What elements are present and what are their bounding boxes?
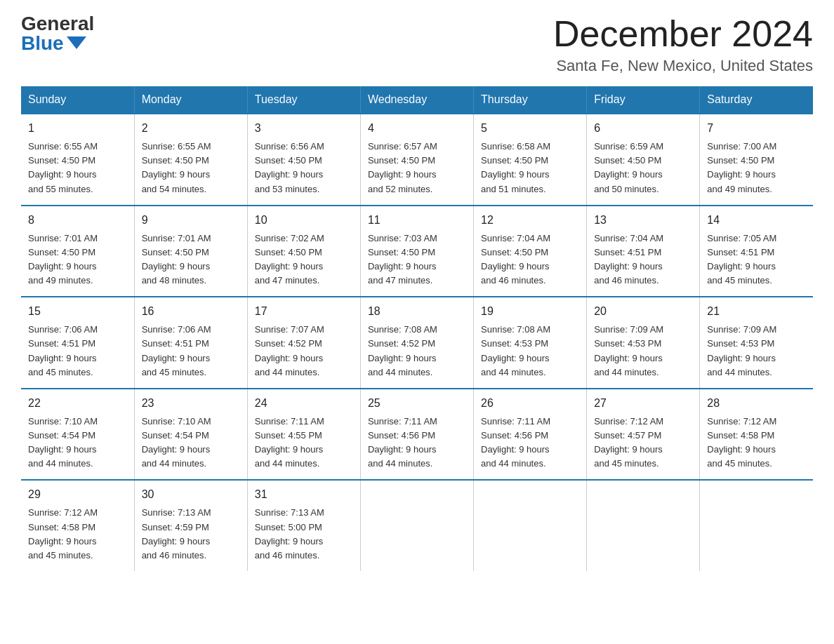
logo-general-text: General xyxy=(21,14,94,34)
day-info: Sunrise: 7:13 AMSunset: 4:59 PMDaylight:… xyxy=(142,506,240,563)
calendar-cell: 9Sunrise: 7:01 AMSunset: 4:50 PMDaylight… xyxy=(134,206,247,297)
calendar-cell: 5Sunrise: 6:58 AMSunset: 4:50 PMDaylight… xyxy=(474,114,587,206)
calendar-cell: 14Sunrise: 7:05 AMSunset: 4:51 PMDayligh… xyxy=(700,206,813,297)
calendar-table: SundayMondayTuesdayWednesdayThursdayFrid… xyxy=(21,86,813,571)
day-number: 5 xyxy=(481,120,579,137)
header-friday: Friday xyxy=(587,86,700,114)
day-info: Sunrise: 7:10 AMSunset: 4:54 PMDaylight:… xyxy=(142,415,240,471)
day-number: 20 xyxy=(594,303,692,320)
day-info: Sunrise: 7:11 AMSunset: 4:56 PMDaylight:… xyxy=(481,415,579,471)
calendar-cell: 31Sunrise: 7:13 AMSunset: 5:00 PMDayligh… xyxy=(247,480,360,571)
calendar-cell: 23Sunrise: 7:10 AMSunset: 4:54 PMDayligh… xyxy=(134,389,247,481)
day-info: Sunrise: 7:08 AMSunset: 4:52 PMDaylight:… xyxy=(368,323,466,380)
day-info: Sunrise: 7:11 AMSunset: 4:56 PMDaylight:… xyxy=(368,415,466,471)
week-row-0: 1Sunrise: 6:55 AMSunset: 4:50 PMDaylight… xyxy=(21,114,813,206)
calendar-cell: 26Sunrise: 7:11 AMSunset: 4:56 PMDayligh… xyxy=(474,389,587,481)
calendar-cell: 12Sunrise: 7:04 AMSunset: 4:50 PMDayligh… xyxy=(474,206,587,297)
logo-blue-text: Blue xyxy=(21,34,86,53)
calendar-cell: 19Sunrise: 7:08 AMSunset: 4:53 PMDayligh… xyxy=(474,297,587,389)
day-info: Sunrise: 7:04 AMSunset: 4:50 PMDaylight:… xyxy=(481,232,579,288)
day-number: 1 xyxy=(28,120,127,137)
header-row: SundayMondayTuesdayWednesdayThursdayFrid… xyxy=(21,86,813,114)
day-number: 13 xyxy=(594,212,692,229)
day-number: 25 xyxy=(368,395,466,412)
day-info: Sunrise: 7:08 AMSunset: 4:53 PMDaylight:… xyxy=(481,323,579,380)
header-saturday: Saturday xyxy=(700,86,813,114)
day-number: 30 xyxy=(142,486,240,503)
calendar-cell: 2Sunrise: 6:55 AMSunset: 4:50 PMDaylight… xyxy=(134,114,247,206)
calendar-cell: 1Sunrise: 6:55 AMSunset: 4:50 PMDaylight… xyxy=(21,114,134,206)
day-number: 24 xyxy=(255,395,353,412)
calendar-cell: 7Sunrise: 7:00 AMSunset: 4:50 PMDaylight… xyxy=(700,114,813,206)
calendar-cell: 16Sunrise: 7:06 AMSunset: 4:51 PMDayligh… xyxy=(134,297,247,389)
header-monday: Monday xyxy=(134,86,247,114)
calendar-cell: 17Sunrise: 7:07 AMSunset: 4:52 PMDayligh… xyxy=(247,297,360,389)
day-info: Sunrise: 6:56 AMSunset: 4:50 PMDaylight:… xyxy=(255,140,353,196)
day-number: 3 xyxy=(255,120,353,137)
calendar-cell: 3Sunrise: 6:56 AMSunset: 4:50 PMDaylight… xyxy=(247,114,360,206)
calendar-cell: 10Sunrise: 7:02 AMSunset: 4:50 PMDayligh… xyxy=(247,206,360,297)
day-info: Sunrise: 7:13 AMSunset: 5:00 PMDaylight:… xyxy=(255,506,353,563)
calendar-cell: 11Sunrise: 7:03 AMSunset: 4:50 PMDayligh… xyxy=(360,206,473,297)
day-info: Sunrise: 6:57 AMSunset: 4:50 PMDaylight:… xyxy=(368,140,466,196)
day-info: Sunrise: 6:55 AMSunset: 4:50 PMDaylight:… xyxy=(142,140,240,196)
header-wednesday: Wednesday xyxy=(360,86,473,114)
calendar-cell xyxy=(474,480,587,571)
calendar-cell: 27Sunrise: 7:12 AMSunset: 4:57 PMDayligh… xyxy=(587,389,700,481)
day-number: 2 xyxy=(142,120,240,137)
calendar-cell: 28Sunrise: 7:12 AMSunset: 4:58 PMDayligh… xyxy=(700,389,813,481)
calendar-cell: 8Sunrise: 7:01 AMSunset: 4:50 PMDaylight… xyxy=(21,206,134,297)
location-subtitle: Santa Fe, New Mexico, United States xyxy=(553,57,813,75)
day-info: Sunrise: 7:06 AMSunset: 4:51 PMDaylight:… xyxy=(28,323,127,380)
day-number: 7 xyxy=(707,120,806,137)
day-info: Sunrise: 7:12 AMSunset: 4:57 PMDaylight:… xyxy=(594,415,692,471)
calendar-cell: 6Sunrise: 6:59 AMSunset: 4:50 PMDaylight… xyxy=(587,114,700,206)
header-tuesday: Tuesday xyxy=(247,86,360,114)
day-number: 11 xyxy=(368,212,466,229)
calendar-cell: 29Sunrise: 7:12 AMSunset: 4:58 PMDayligh… xyxy=(21,480,134,571)
day-number: 18 xyxy=(368,303,466,320)
day-info: Sunrise: 7:07 AMSunset: 4:52 PMDaylight:… xyxy=(255,323,353,380)
month-title: December 2024 xyxy=(553,14,813,54)
day-info: Sunrise: 7:04 AMSunset: 4:51 PMDaylight:… xyxy=(594,232,692,288)
day-info: Sunrise: 6:59 AMSunset: 4:50 PMDaylight:… xyxy=(594,140,692,196)
day-info: Sunrise: 7:12 AMSunset: 4:58 PMDaylight:… xyxy=(28,506,127,563)
logo: General Blue xyxy=(21,14,94,53)
week-row-3: 22Sunrise: 7:10 AMSunset: 4:54 PMDayligh… xyxy=(21,389,813,481)
day-number: 15 xyxy=(28,303,127,320)
day-info: Sunrise: 7:03 AMSunset: 4:50 PMDaylight:… xyxy=(368,232,466,288)
day-number: 19 xyxy=(481,303,579,320)
calendar-cell: 24Sunrise: 7:11 AMSunset: 4:55 PMDayligh… xyxy=(247,389,360,481)
day-info: Sunrise: 7:05 AMSunset: 4:51 PMDaylight:… xyxy=(707,232,806,288)
header-thursday: Thursday xyxy=(474,86,587,114)
week-row-2: 15Sunrise: 7:06 AMSunset: 4:51 PMDayligh… xyxy=(21,297,813,389)
day-info: Sunrise: 7:01 AMSunset: 4:50 PMDaylight:… xyxy=(28,232,127,288)
day-number: 16 xyxy=(142,303,240,320)
logo-triangle-icon xyxy=(67,36,86,49)
day-info: Sunrise: 7:01 AMSunset: 4:50 PMDaylight:… xyxy=(142,232,240,288)
day-number: 23 xyxy=(142,395,240,412)
day-number: 27 xyxy=(594,395,692,412)
calendar-cell: 15Sunrise: 7:06 AMSunset: 4:51 PMDayligh… xyxy=(21,297,134,389)
day-number: 10 xyxy=(255,212,353,229)
day-number: 28 xyxy=(707,395,806,412)
title-section: December 2024 Santa Fe, New Mexico, Unit… xyxy=(553,14,813,75)
day-number: 9 xyxy=(142,212,240,229)
day-number: 6 xyxy=(594,120,692,137)
calendar-cell: 21Sunrise: 7:09 AMSunset: 4:53 PMDayligh… xyxy=(700,297,813,389)
calendar-cell: 22Sunrise: 7:10 AMSunset: 4:54 PMDayligh… xyxy=(21,389,134,481)
day-number: 8 xyxy=(28,212,127,229)
day-info: Sunrise: 6:55 AMSunset: 4:50 PMDaylight:… xyxy=(28,140,127,196)
calendar-cell: 18Sunrise: 7:08 AMSunset: 4:52 PMDayligh… xyxy=(360,297,473,389)
calendar-cell xyxy=(700,480,813,571)
day-info: Sunrise: 7:09 AMSunset: 4:53 PMDaylight:… xyxy=(707,323,806,380)
day-info: Sunrise: 7:02 AMSunset: 4:50 PMDaylight:… xyxy=(255,232,353,288)
day-info: Sunrise: 7:11 AMSunset: 4:55 PMDaylight:… xyxy=(255,415,353,471)
day-info: Sunrise: 7:10 AMSunset: 4:54 PMDaylight:… xyxy=(28,415,127,471)
calendar-cell: 20Sunrise: 7:09 AMSunset: 4:53 PMDayligh… xyxy=(587,297,700,389)
day-info: Sunrise: 6:58 AMSunset: 4:50 PMDaylight:… xyxy=(481,140,579,196)
day-info: Sunrise: 7:09 AMSunset: 4:53 PMDaylight:… xyxy=(594,323,692,380)
week-row-1: 8Sunrise: 7:01 AMSunset: 4:50 PMDaylight… xyxy=(21,206,813,297)
day-number: 26 xyxy=(481,395,579,412)
header-sunday: Sunday xyxy=(21,86,134,114)
